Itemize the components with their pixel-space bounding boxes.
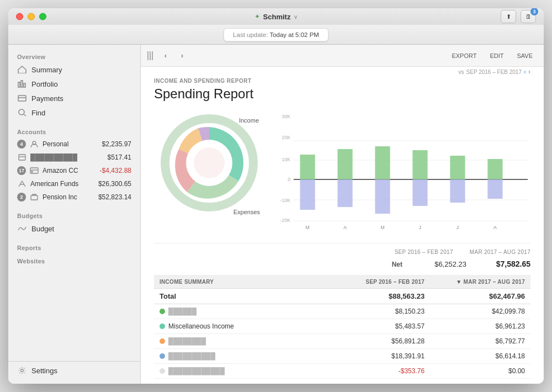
chart-area: Income — [154, 110, 530, 232]
budgets-section-header: Budgets — [8, 208, 140, 221]
export-action-button[interactable]: EXPORT — [447, 51, 481, 61]
svg-rect-36 — [412, 150, 427, 179]
donut-chart-container: Income — [154, 110, 264, 232]
sidebar-account-american-funds[interactable]: American Funds $26,300.65 — [8, 177, 140, 190]
category-dot — [160, 368, 165, 374]
divider-line-1 — [147, 51, 148, 60]
svg-point-5 — [19, 109, 24, 115]
svg-rect-1 — [21, 81, 23, 87]
net-section: SEP 2016 – FEB 2017 MAR 2017 – AUG 2017 — [154, 243, 530, 259]
period2-label: MAR 2017 – AUG 2017 — [470, 249, 530, 255]
settings-item[interactable]: Settings — [17, 366, 131, 375]
fullscreen-button[interactable] — [39, 13, 46, 20]
svg-rect-14 — [31, 195, 38, 200]
donut-chart — [157, 110, 262, 215]
chart-icon — [17, 80, 27, 88]
row-val2: $0.00 — [430, 364, 530, 379]
svg-line-6 — [24, 114, 26, 116]
account-name-pension: Pension Inc — [43, 193, 95, 201]
svg-rect-32 — [338, 149, 353, 179]
row-val1: $18,391.91 — [342, 349, 430, 364]
svg-text:J: J — [457, 225, 459, 230]
edit-action-button[interactable]: EDIT — [485, 51, 508, 61]
sidebar-footer: Settings — [8, 361, 140, 379]
sidebar-item-find[interactable]: Find — [8, 105, 140, 120]
sidebar-item-summary[interactable]: Summary — [8, 62, 140, 77]
sidebar-account-redacted1[interactable]: ██████████ $517.41 — [8, 151, 140, 164]
payments-label: Payments — [31, 94, 63, 103]
chevron-down-icon[interactable]: ∨ — [294, 14, 298, 20]
row-name-cell: ████████ — [154, 334, 342, 349]
account-value-pension: $52,823.14 — [98, 193, 131, 201]
table-row: Miscellaneous Income$5,483.57$6,961.23 — [154, 319, 530, 334]
table-row: ████████$56,891.28$6,792.77 — [154, 334, 530, 349]
sidebar-item-portfolio[interactable]: Portfolio — [8, 77, 140, 91]
find-label: Find — [31, 109, 45, 117]
account-value-american-funds: $26,300.65 — [98, 180, 131, 188]
window-title: Schmitz — [263, 13, 291, 21]
secondary-prev-nav[interactable]: ‹ — [524, 68, 526, 76]
category-name: ████████████ — [168, 367, 225, 375]
update-bar: Last update: Today at 5:02 PM — [8, 25, 544, 45]
calendar-button[interactable]: 🗓 3 — [521, 10, 536, 23]
category-name: ████████ — [168, 337, 206, 345]
prev-button[interactable]: ‹ — [160, 50, 172, 62]
overview-section-header: Overview — [8, 49, 140, 62]
search-icon — [17, 108, 27, 117]
close-button[interactable] — [16, 13, 23, 20]
row-name-cell: ██████████ — [154, 349, 342, 364]
table-row: ████████████-$353.76$0.00 — [154, 364, 530, 379]
account-badge-pension: 2 — [17, 193, 26, 202]
svg-rect-39 — [450, 179, 465, 203]
account-name-amazon: Amazon CC — [43, 167, 97, 174]
divider-lines — [147, 51, 153, 60]
next-button[interactable]: › — [176, 50, 188, 62]
content-toolbar: ‹ › EXPORT EDIT SAVE — [141, 45, 544, 67]
row-val1: -$353.76 — [342, 364, 430, 379]
row-val2: $6,792.77 — [430, 334, 530, 349]
account-value-amazon: -$4,432.88 — [100, 167, 131, 174]
sidebar-account-pension[interactable]: 2 Pension Inc $52,823.14 — [8, 190, 140, 204]
app-icon: ✦ — [254, 13, 260, 20]
secondary-next-nav[interactable]: › — [528, 68, 530, 76]
svg-text:0: 0 — [288, 177, 290, 182]
main-layout: Overview Summary Portfolio — [8, 45, 544, 384]
row-name-cell: Miscellaneous Income — [154, 319, 342, 334]
svg-point-15 — [21, 369, 24, 372]
account-value-redacted1: $517.41 — [108, 153, 131, 161]
sidebar: Overview Summary Portfolio — [8, 45, 141, 384]
row-val1: $8,150.23 — [342, 304, 430, 319]
budget-icon — [17, 224, 27, 233]
table-row: ██████$8,150.23$42,099.78 — [154, 304, 530, 319]
titlebar: ✦ Schmitz ∨ ⬆ 🗓 3 — [8, 8, 544, 25]
save-action-button[interactable]: SAVE — [512, 51, 537, 61]
svg-rect-3 — [18, 96, 26, 101]
svg-rect-37 — [412, 179, 427, 206]
account-icon-american-funds — [17, 179, 27, 188]
account-badge-amazon: 17 — [17, 166, 26, 175]
row-val2: $6,961.23 — [430, 319, 530, 334]
account-name-personal: Personal — [43, 140, 99, 148]
svg-text:20K: 20K — [282, 135, 291, 140]
svg-rect-31 — [300, 179, 315, 210]
sidebar-account-personal[interactable]: 4 Personal $2,235.97 — [8, 137, 140, 151]
svg-rect-8 — [19, 155, 25, 160]
svg-text:-20K: -20K — [280, 218, 291, 223]
account-name-redacted1: ██████████ — [30, 153, 104, 161]
svg-text:A: A — [493, 225, 497, 230]
account-icon-personal — [29, 140, 39, 149]
sidebar-account-amazon-cc[interactable]: 17 Amazon CC -$4,432.88 — [8, 164, 140, 177]
svg-point-18 — [194, 147, 225, 178]
export-button[interactable]: ⬆ — [501, 10, 516, 23]
expenses-label: Expenses — [233, 209, 260, 215]
category-dot — [160, 324, 165, 329]
net-values-row: Net $6,252.23 $7,582.65 — [154, 259, 530, 276]
row-val2: $6,614.18 — [430, 349, 530, 364]
titlebar-center: ✦ Schmitz ∨ — [254, 13, 298, 21]
sidebar-item-payments[interactable]: Payments — [8, 91, 140, 105]
minimize-button[interactable] — [28, 13, 35, 20]
category-dot — [160, 353, 165, 359]
sidebar-item-budget[interactable]: Budget — [8, 221, 140, 236]
income-summary-table: INCOME SUMMARY SEP 2016 – FEB 2017 ▼ MAR… — [154, 276, 530, 379]
account-icon-pension — [29, 193, 39, 202]
